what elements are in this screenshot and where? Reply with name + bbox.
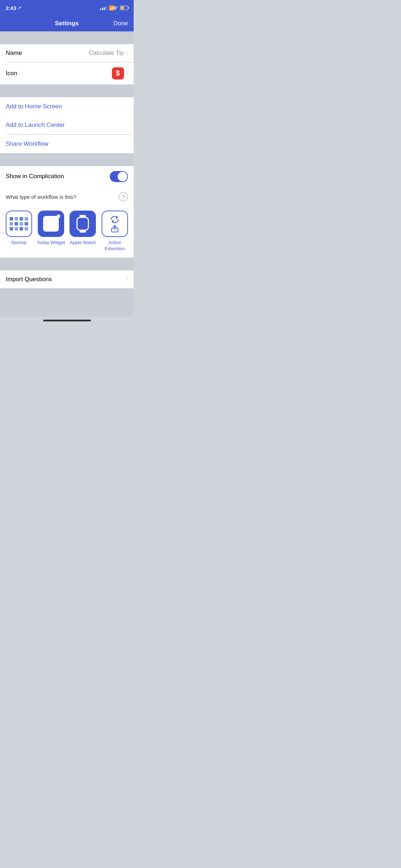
name-value: Calculate Tip bbox=[89, 50, 124, 57]
icon-chevron-icon: › bbox=[126, 70, 128, 77]
section-gap-4 bbox=[0, 258, 134, 270]
svg-rect-1 bbox=[77, 217, 88, 230]
name-row[interactable]: Name Calculate Tip › bbox=[0, 44, 134, 62]
name-label: Name bbox=[6, 50, 22, 57]
import-questions-label: Import Questions bbox=[6, 276, 52, 283]
status-time: 2:43 ↗ bbox=[6, 5, 21, 11]
complication-label: Show in Complication bbox=[6, 173, 64, 180]
refresh-icon bbox=[109, 215, 120, 224]
section-gap-3 bbox=[0, 153, 134, 166]
watch-wrapper bbox=[76, 211, 89, 237]
workflow-action-icon-box bbox=[102, 211, 128, 237]
location-arrow-icon: ↗ bbox=[18, 6, 21, 10]
import-section: Import Questions › bbox=[0, 270, 134, 288]
apple-watch-icon bbox=[76, 215, 89, 233]
workflow-type-grid: Normal Today Widget bbox=[0, 206, 134, 258]
share-icon bbox=[111, 225, 119, 232]
status-right: 📶 bbox=[100, 5, 128, 11]
wifi-icon-svg bbox=[112, 6, 118, 10]
add-to-home-screen-button[interactable]: Add to Home Screen bbox=[0, 97, 134, 116]
battery-icon bbox=[120, 6, 128, 10]
today-notification-dot bbox=[57, 215, 60, 218]
icon-label: Icon bbox=[6, 70, 17, 77]
today-icon-wrapper bbox=[43, 216, 59, 232]
battery-fill bbox=[121, 6, 124, 9]
workflow-action-item[interactable]: Action Extension bbox=[101, 211, 129, 252]
workflow-applewatch-icon-box bbox=[70, 211, 96, 237]
name-section: Name Calculate Tip › Icon $ › bbox=[0, 44, 134, 84]
icon-row-right: $ › bbox=[112, 67, 128, 79]
actions-section: Add to Home Screen Add to Launch Center … bbox=[0, 97, 134, 153]
import-questions-row[interactable]: Import Questions › bbox=[0, 270, 134, 288]
add-to-launch-center-button[interactable]: Add to Launch Center bbox=[0, 116, 134, 134]
normal-grid-icon bbox=[10, 217, 28, 231]
workflow-action-label: Action Extension bbox=[101, 240, 129, 252]
workflow-today-item[interactable]: Today Widget bbox=[37, 211, 65, 246]
workflow-normal-item[interactable]: Normal bbox=[5, 211, 33, 246]
home-indicator bbox=[0, 317, 134, 324]
section-gap-1 bbox=[0, 31, 134, 44]
action-extension-icon bbox=[109, 215, 120, 232]
workflow-normal-icon-box bbox=[6, 211, 32, 237]
signal-bars-icon bbox=[100, 6, 107, 10]
workflow-today-label: Today Widget bbox=[37, 240, 65, 246]
workflow-type-question-row: What type of workflow is this? ? bbox=[0, 187, 134, 206]
svg-rect-2 bbox=[79, 230, 86, 233]
section-gap-5 bbox=[0, 288, 134, 317]
workflow-today-icon-box bbox=[38, 211, 64, 237]
home-bar bbox=[43, 320, 91, 321]
complication-section: Show in Complication What type of workfl… bbox=[0, 166, 134, 258]
status-bar: 2:43 ↗ 📶 bbox=[0, 0, 134, 16]
name-row-right: Calculate Tip › bbox=[89, 50, 128, 57]
done-button[interactable]: Done bbox=[113, 20, 128, 27]
nav-bar: Settings Done bbox=[0, 16, 134, 31]
complication-toggle[interactable] bbox=[110, 171, 128, 182]
import-questions-chevron-icon: › bbox=[126, 276, 128, 283]
app-icon: $ bbox=[112, 67, 124, 79]
time-label: 2:43 bbox=[6, 5, 16, 11]
workflow-type-question: What type of workflow is this? bbox=[6, 194, 76, 200]
app-icon-symbol: $ bbox=[116, 69, 120, 77]
share-workflow-button[interactable]: Share Workflow bbox=[0, 135, 134, 153]
icon-row[interactable]: Icon $ › bbox=[0, 62, 134, 84]
name-chevron-icon: › bbox=[126, 50, 128, 56]
section-gap-2 bbox=[0, 84, 134, 97]
help-icon[interactable]: ? bbox=[119, 192, 128, 201]
toggle-knob bbox=[118, 172, 127, 181]
nav-title: Settings bbox=[55, 20, 79, 27]
workflow-applewatch-item[interactable]: Apple Watch bbox=[68, 211, 97, 246]
today-widget-icon bbox=[43, 216, 59, 232]
workflow-applewatch-label: Apple Watch bbox=[70, 240, 96, 246]
workflow-normal-label: Normal bbox=[11, 240, 26, 246]
complication-row: Show in Complication bbox=[0, 166, 134, 187]
